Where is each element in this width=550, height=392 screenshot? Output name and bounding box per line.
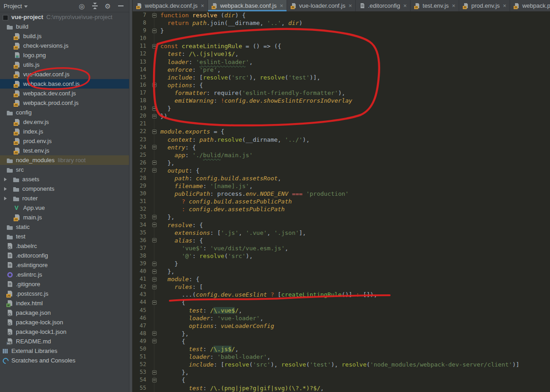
tree-item-index.html[interactable]: index.html <box>0 298 129 308</box>
expand-arrow-icon[interactable] <box>3 195 13 202</box>
chevron-down-icon[interactable] <box>24 5 28 8</box>
settings-icon[interactable]: ⚙ <box>105 3 111 10</box>
fold-marker-icon[interactable] <box>152 262 157 266</box>
tab-label: webpack.base.conf.js <box>220 2 277 9</box>
tree-item-App.vue[interactable]: App.vue <box>0 203 129 213</box>
tab-close-icon[interactable]: × <box>452 2 456 9</box>
fold-marker-icon[interactable] <box>152 106 157 111</box>
fold-marker-icon[interactable] <box>152 83 157 87</box>
tree-item-build.js[interactable]: build.js <box>0 31 129 41</box>
fold-column <box>151 58 158 66</box>
fold-marker-icon[interactable] <box>152 339 157 343</box>
tab-close-icon[interactable]: × <box>280 2 283 9</box>
code-line-28: 28 path: config.build.assetsRoot, <box>133 174 550 182</box>
tree-item-.babelrc[interactable]: .babelrc <box>0 241 129 251</box>
line-number: 54 <box>133 376 151 384</box>
code-area[interactable]: 7function resolve (dir) {8 return path.j… <box>133 11 550 392</box>
expand-arrow-icon[interactable] <box>3 176 13 183</box>
tree-item-vue-loader.conf.js[interactable]: vue-loader.conf.js <box>0 69 129 79</box>
tree-item-package-lock.json[interactable]: package-lock.json <box>0 318 129 327</box>
tree-item-.editorconfig[interactable]: .editorconfig <box>0 251 129 260</box>
tab-webpack.dev.conf.js[interactable]: webpack.dev.conf.js× <box>133 0 208 11</box>
tree-item-test[interactable]: test <box>0 232 129 241</box>
code-text: { <box>160 337 185 345</box>
tree-item-package-lock1.json[interactable]: package-lock1.json <box>0 327 129 337</box>
line-number: 18 <box>133 97 151 104</box>
tab-webpack.p[interactable]: webpack.p <box>510 0 550 11</box>
fold-column <box>151 229 158 237</box>
tree-item-test.env.js[interactable]: test.env.js <box>0 146 129 155</box>
fold-marker-icon[interactable] <box>152 378 157 382</box>
fold-marker-icon[interactable] <box>152 285 157 289</box>
code-text: entry: { <box>160 144 196 151</box>
tab-label: .editorconfig <box>368 2 400 9</box>
tree-item-main.js[interactable]: main.js <box>0 213 129 222</box>
tab-.editorconfig[interactable]: .editorconfig× <box>356 0 410 11</box>
fold-column <box>151 89 158 97</box>
tree-item-router[interactable]: router <box>0 194 129 203</box>
fold-marker-icon[interactable] <box>152 215 157 219</box>
locate-icon[interactable]: ◎ <box>79 3 84 10</box>
tab-webpack.base.conf.js[interactable]: webpack.base.conf.js× <box>208 0 287 11</box>
fold-marker-icon[interactable] <box>152 269 157 274</box>
tree-item-assets[interactable]: assets <box>0 174 129 184</box>
tree-item-.eslintrc.js[interactable]: .eslintrc.js <box>0 270 129 279</box>
tree-item-package.json[interactable]: package.json <box>0 308 129 318</box>
tree-item-prod.env.js[interactable]: prod.env.js <box>0 136 129 146</box>
tree-item-components[interactable]: components <box>0 184 129 194</box>
fold-marker-icon[interactable] <box>152 168 157 173</box>
panel-splitter[interactable] <box>129 0 133 392</box>
tree-item-check-versions.js[interactable]: check-versions.js <box>0 41 129 50</box>
tree-item-index.js[interactable]: index.js <box>0 127 129 136</box>
tree-item-.gitignore[interactable]: .gitignore <box>0 279 129 289</box>
collapse-all-icon[interactable] <box>92 3 98 9</box>
tree-item-webpack.prod.conf.js[interactable]: webpack.prod.conf.js <box>0 98 129 108</box>
project-dropdown[interactable]: Project <box>4 3 22 10</box>
tree-item-.eslintignore[interactable]: .eslintignore <box>0 260 129 270</box>
code-text: { <box>160 298 185 306</box>
expand-arrow-icon[interactable] <box>3 185 13 193</box>
code-text: test: /\.js$/, <box>160 345 238 353</box>
line-number: 12 <box>133 50 151 58</box>
tab-vue-loader.conf.js[interactable]: vue-loader.conf.js× <box>287 0 356 11</box>
fold-marker-icon[interactable] <box>152 145 157 149</box>
tree-item-utils.js[interactable]: utils.js <box>0 60 129 69</box>
fold-marker-icon[interactable] <box>152 238 157 243</box>
fold-marker-icon[interactable] <box>152 370 157 375</box>
tree-item-dev.env.js[interactable]: dev.env.js <box>0 117 129 127</box>
fold-marker-icon[interactable] <box>152 114 157 119</box>
tree-item-config[interactable]: config <box>0 108 129 117</box>
tree-item-vue-project[interactable]: vue-projectC:\mypro\vue\vue-project <box>0 12 129 22</box>
tab-close-icon[interactable]: × <box>503 2 506 9</box>
hide-panel-icon[interactable] <box>118 5 124 6</box>
tree-item-logo.png[interactable]: logo.png <box>0 50 129 60</box>
tree-item-node_modules[interactable]: node_moduleslibrary root <box>0 155 129 165</box>
fold-marker-icon[interactable] <box>152 331 157 336</box>
code-line-29: 29 filename: '[name].js', <box>133 182 550 190</box>
tab-test.env.js[interactable]: test.env.js× <box>411 0 459 11</box>
tree-item-External Libraries[interactable]: External Libraries <box>0 346 129 356</box>
fold-marker-icon[interactable] <box>152 13 157 18</box>
fold-marker-icon[interactable] <box>152 29 157 33</box>
fold-marker-icon[interactable] <box>152 300 157 305</box>
fold-marker-icon[interactable] <box>152 44 157 49</box>
tree-item-src[interactable]: src <box>0 165 129 174</box>
fold-marker-icon[interactable] <box>152 277 157 282</box>
tree-item-webpack.base.conf.js[interactable]: webpack.base.conf.js <box>0 79 129 89</box>
tree-item-.postcssrc.js[interactable]: .postcssrc.js <box>0 289 129 298</box>
fold-marker-icon[interactable] <box>152 129 157 134</box>
tree-item-build[interactable]: build <box>0 22 129 31</box>
tree-item-static[interactable]: static <box>0 222 129 232</box>
fold-marker-icon[interactable] <box>152 223 157 227</box>
tab-close-icon[interactable]: × <box>349 2 352 9</box>
fold-marker-icon[interactable] <box>152 160 157 165</box>
tab-close-icon[interactable]: × <box>201 2 204 9</box>
panel-tools: ◎ ⚙ <box>79 3 124 10</box>
tree-item-extra-label: C:\mypro\vue\vue-project <box>46 14 112 20</box>
code-text: ...(config.dev.useEslint ? [createLintin… <box>160 291 377 298</box>
tree-item-Scratches and Consoles[interactable]: Scratches and Consoles <box>0 356 129 365</box>
tree-item-webpack.dev.conf.js[interactable]: webpack.dev.conf.js <box>0 89 129 98</box>
tab-close-icon[interactable]: × <box>403 2 407 9</box>
tree-item-README.md[interactable]: README.md <box>0 337 129 346</box>
tab-prod.env.js[interactable]: prod.env.js× <box>459 0 510 11</box>
